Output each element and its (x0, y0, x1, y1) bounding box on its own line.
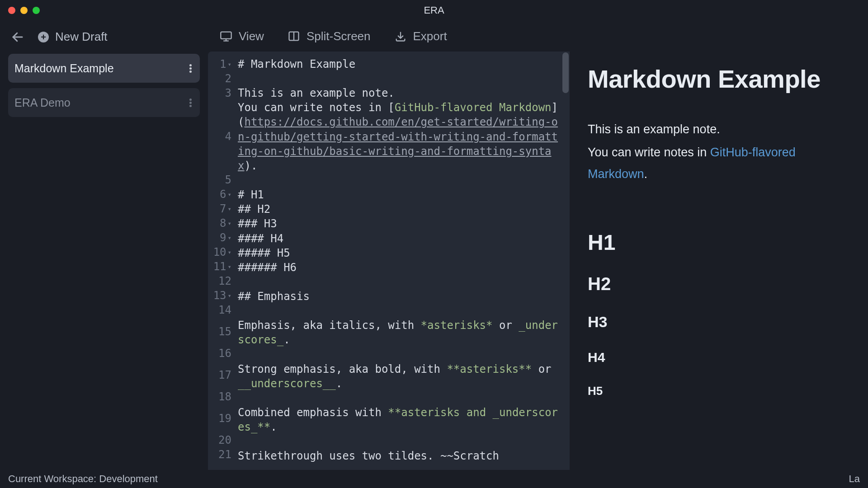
line-number: 19 (208, 404, 231, 433)
line-number: 21 (208, 447, 231, 462)
preview-h3: H3 (588, 313, 850, 331)
code-line[interactable]: # Markdown Example (238, 57, 561, 71)
code-line[interactable] (238, 71, 561, 86)
code-line[interactable]: This is an example note. (238, 86, 561, 100)
line-number: 3 (208, 86, 231, 100)
line-number: 7▾ (208, 202, 231, 216)
download-icon (394, 30, 407, 42)
line-number: 15 (208, 317, 231, 346)
fold-icon[interactable]: ▾ (228, 190, 231, 199)
code-line[interactable]: Strong emphasis, aka bold, with **asteri… (238, 362, 561, 391)
code-line[interactable] (238, 304, 561, 318)
status-right: La (849, 473, 860, 485)
app-title: ERA (424, 5, 444, 16)
editor-toolbar: View Split-Screen Export (208, 21, 868, 52)
traffic-lights (8, 7, 40, 14)
export-button[interactable]: Export (394, 29, 447, 43)
app-window: ERA + New Draft Markdown Example ERA Dem… (0, 0, 868, 488)
sidebar: + New Draft Markdown Example ERA Demo (0, 21, 208, 470)
code-line[interactable]: Emphasis, aka italics, with *asterisks* … (238, 318, 561, 347)
fold-icon[interactable]: ▾ (228, 234, 231, 242)
fold-icon[interactable]: ▾ (228, 205, 231, 213)
fold-icon[interactable]: ▾ (228, 291, 231, 300)
line-number: 10▾ (208, 245, 231, 259)
code-line[interactable] (238, 434, 561, 449)
line-number: 12 (208, 274, 231, 288)
line-number: 13▾ (208, 288, 231, 303)
preview-paragraph: You can write notes in GitHub-flavored M… (588, 142, 850, 185)
preview-paragraph: This is an example note. (588, 119, 850, 140)
code-content[interactable]: # Markdown ExampleThis is an example not… (236, 52, 570, 470)
view-label: View (239, 29, 264, 43)
plus-circle-icon: + (38, 32, 49, 42)
code-line[interactable]: ## H2 (238, 202, 561, 216)
code-line[interactable] (238, 275, 561, 289)
code-line[interactable]: Strikethrough uses two tildes. ~~Scratch (238, 449, 561, 463)
code-line[interactable]: Combined emphasis with **asterisks and _… (238, 405, 561, 434)
export-label: Export (413, 29, 447, 43)
preview-h2: H2 (588, 274, 850, 294)
code-line[interactable]: ###### H6 (238, 260, 561, 275)
workspace-status[interactable]: Current Workspace: Development (8, 473, 158, 485)
split-screen-button[interactable]: Split-Screen (288, 29, 371, 43)
preview-title: Markdown Example (588, 64, 850, 94)
minimize-window-icon[interactable] (20, 7, 28, 14)
main-area: + New Draft Markdown Example ERA Demo Vi… (0, 21, 868, 470)
line-number: 2 (208, 71, 231, 86)
line-number: 16 (208, 346, 231, 361)
split-label: Split-Screen (307, 29, 371, 43)
code-line[interactable] (238, 391, 561, 405)
content-area: View Split-Screen Export 1▾23456▾7▾8▾9▾1… (208, 21, 868, 470)
code-line[interactable]: You can write notes in [GitHub-flavored … (238, 100, 561, 173)
line-number: 9▾ (208, 230, 231, 245)
view-button[interactable]: View (220, 29, 264, 43)
new-draft-button[interactable]: + New Draft (38, 30, 108, 44)
markdown-editor[interactable]: 1▾23456▾7▾8▾9▾10▾11▾1213▾141516171819202… (208, 52, 570, 470)
line-number: 8▾ (208, 216, 231, 230)
line-number: 4 (208, 100, 231, 173)
line-number: 1▾ (208, 57, 231, 71)
display-icon (220, 30, 232, 42)
back-button[interactable] (11, 30, 24, 44)
heading-samples: H1 H2 H3 H4 H5 (588, 230, 850, 398)
line-number: 6▾ (208, 187, 231, 202)
line-number: 20 (208, 433, 231, 447)
line-number: 11▾ (208, 259, 231, 274)
svg-rect-1 (221, 32, 231, 39)
maximize-window-icon[interactable] (33, 7, 40, 14)
code-line[interactable]: ##### H5 (238, 246, 561, 260)
code-line[interactable]: #### H4 (238, 231, 561, 246)
titlebar: ERA (0, 0, 868, 21)
line-number: 18 (208, 389, 231, 404)
status-bar: Current Workspace: Development La (0, 470, 868, 488)
sidebar-top: + New Draft (8, 26, 200, 48)
markdown-preview: Markdown Example This is an example note… (570, 52, 868, 470)
preview-h4: H4 (588, 350, 850, 365)
fold-icon[interactable]: ▾ (228, 219, 231, 228)
sidebar-item-label: Markdown Example (14, 62, 114, 75)
line-number: 5 (208, 173, 231, 187)
columns-icon (288, 30, 300, 42)
new-draft-label: New Draft (55, 30, 108, 44)
fold-icon[interactable]: ▾ (228, 60, 231, 69)
preview-h5: H5 (588, 384, 850, 398)
close-window-icon[interactable] (8, 7, 15, 14)
fold-icon[interactable]: ▾ (228, 248, 231, 257)
preview-h1: H1 (588, 230, 850, 255)
code-line[interactable] (238, 347, 561, 362)
kebab-menu-icon[interactable] (189, 99, 192, 107)
code-line[interactable] (238, 173, 561, 188)
editor-panes: 1▾23456▾7▾8▾9▾10▾11▾1213▾141516171819202… (208, 52, 868, 470)
line-number: 17 (208, 361, 231, 389)
sidebar-item-markdown-example[interactable]: Markdown Example (8, 54, 200, 83)
line-number: 14 (208, 303, 231, 317)
code-line[interactable]: ## Emphasis (238, 289, 561, 304)
code-line[interactable]: ### H3 (238, 216, 561, 231)
fold-icon[interactable]: ▾ (228, 263, 231, 271)
sidebar-item-label: ERA Demo (14, 96, 71, 109)
sidebar-item-era-demo[interactable]: ERA Demo (8, 88, 200, 117)
editor-scrollbar[interactable] (562, 52, 569, 93)
code-line[interactable]: # H1 (238, 188, 561, 202)
kebab-menu-icon[interactable] (189, 64, 192, 73)
line-gutter: 1▾23456▾7▾8▾9▾10▾11▾1213▾141516171819202… (208, 52, 236, 470)
